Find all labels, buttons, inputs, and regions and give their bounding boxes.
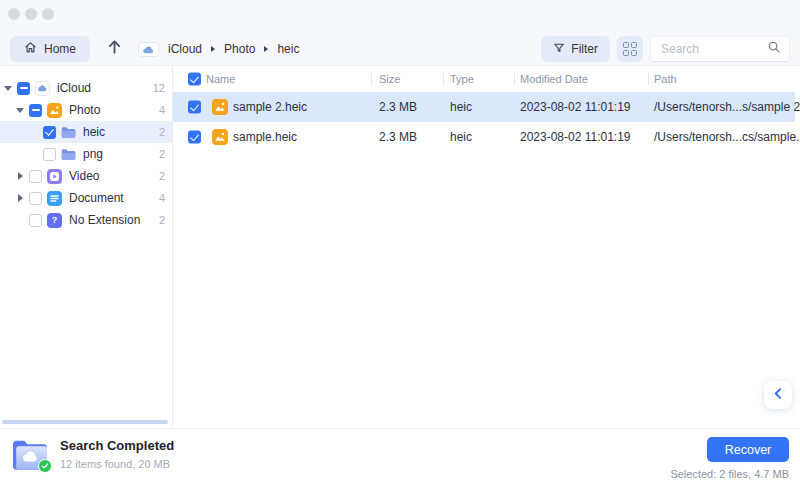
status-bar: Search Completed 12 items found, 20 MB R… xyxy=(0,428,800,486)
folder-icon xyxy=(61,147,76,162)
file-path: /Users/tenorsh...s/sample 2.heic xyxy=(654,100,800,114)
tree-item-png[interactable]: png2 xyxy=(0,143,172,165)
folder-tree: iCloud12Photo4heic2png2Video2Document4?N… xyxy=(0,77,172,231)
tree-checkbox[interactable] xyxy=(17,82,30,95)
file-name: sample.heic xyxy=(233,130,297,144)
file-modified-date: 2023-08-02 11:01:19 xyxy=(520,130,631,144)
tree-item-video[interactable]: Video2 xyxy=(0,165,172,187)
breadcrumb-separator-icon xyxy=(264,46,268,52)
document-icon xyxy=(47,191,62,206)
search-icon xyxy=(767,40,781,58)
item-count: 2 xyxy=(159,214,165,226)
file-modified-date: 2023-08-02 11:01:19 xyxy=(520,100,631,114)
collapse-panel-button[interactable] xyxy=(764,381,792,409)
tree-item-document[interactable]: Document4 xyxy=(0,187,172,209)
video-icon xyxy=(47,169,62,184)
table-header-row: Name Size Type Modified Date Path xyxy=(173,66,800,92)
file-size: 2.3 MB xyxy=(379,130,417,144)
window-close-button[interactable] xyxy=(8,8,20,20)
status-subtitle: 12 items found, 20 MB xyxy=(60,458,170,470)
icloud-cloud-icon xyxy=(138,42,159,57)
item-count: 2 xyxy=(159,170,165,182)
select-all-checkbox[interactable] xyxy=(188,73,201,86)
table-body: sample 2.heic2.3 MBheic2023-08-02 11:01:… xyxy=(173,92,800,152)
recover-button[interactable]: Recover xyxy=(707,437,789,462)
file-size: 2.3 MB xyxy=(379,100,417,114)
item-count: 2 xyxy=(159,148,165,160)
file-type: heic xyxy=(450,130,472,144)
tree-item-icloud[interactable]: iCloud12 xyxy=(0,77,172,99)
row-checkbox[interactable] xyxy=(188,131,201,144)
tree-item-label: Document xyxy=(69,191,153,205)
grid-icon xyxy=(623,42,637,56)
breadcrumb-item-heic[interactable]: heic xyxy=(277,42,299,56)
column-header-type[interactable]: Type xyxy=(450,73,474,85)
window-controls xyxy=(8,8,54,20)
column-divider xyxy=(371,73,372,85)
filter-button[interactable]: Filter xyxy=(541,36,610,62)
item-count: 2 xyxy=(159,126,165,138)
window-minimize-button[interactable] xyxy=(25,8,37,20)
photo-icon xyxy=(212,99,228,115)
item-count: 4 xyxy=(159,192,165,204)
tree-checkbox[interactable] xyxy=(29,214,42,227)
row-checkbox[interactable] xyxy=(188,101,201,114)
tree-checkbox[interactable] xyxy=(43,148,56,161)
expander-spacer xyxy=(14,214,26,226)
column-divider xyxy=(514,73,515,85)
chevron-left-icon xyxy=(772,386,785,404)
window-maximize-button[interactable] xyxy=(42,8,54,20)
tree-checkbox[interactable] xyxy=(43,126,56,139)
chevron-down-icon[interactable] xyxy=(14,104,26,116)
tree-item-label: Video xyxy=(69,169,153,183)
tree-item-label: No Extension xyxy=(69,213,153,227)
chevron-right-icon[interactable] xyxy=(14,170,26,182)
tree-checkbox[interactable] xyxy=(29,192,42,205)
search-box xyxy=(650,36,790,62)
breadcrumb-item-icloud[interactable]: iCloud xyxy=(168,42,202,56)
column-header-size[interactable]: Size xyxy=(379,73,400,85)
arrow-up-icon xyxy=(107,39,122,59)
tree-item-photo[interactable]: Photo4 xyxy=(0,99,172,121)
search-result-folder-icon xyxy=(10,437,50,475)
filter-funnel-icon xyxy=(553,42,565,57)
top-toolbar: Home iCloud Photo heic Filter xyxy=(0,0,800,66)
file-row[interactable]: sample.heic2.3 MBheic2023-08-02 11:01:19… xyxy=(173,122,795,152)
tree-item-label: iCloud xyxy=(57,81,147,95)
file-row[interactable]: sample 2.heic2.3 MBheic2023-08-02 11:01:… xyxy=(173,92,795,122)
tree-item-no-extension[interactable]: ?No Extension2 xyxy=(0,209,172,231)
column-header-path[interactable]: Path xyxy=(654,73,677,85)
column-header-modified[interactable]: Modified Date xyxy=(520,73,588,85)
home-button-label: Home xyxy=(44,42,76,56)
file-path: /Users/tenorsh...cs/sample.heic xyxy=(654,130,800,144)
question-icon: ? xyxy=(47,213,62,228)
tree-item-label: heic xyxy=(83,125,153,139)
chevron-down-icon[interactable] xyxy=(2,82,14,94)
search-input[interactable] xyxy=(659,41,767,57)
status-title: Search Completed xyxy=(60,438,174,453)
file-list-panel: Name Size Type Modified Date Path sample… xyxy=(173,66,800,428)
file-name: sample 2.heic xyxy=(233,100,307,114)
home-icon xyxy=(24,41,37,57)
folder-tree-sidebar: iCloud12Photo4heic2png2Video2Document4?N… xyxy=(0,66,173,428)
tree-checkbox[interactable] xyxy=(29,170,42,183)
chevron-right-icon[interactable] xyxy=(14,192,26,204)
selected-summary: Selected: 2 files, 4.7 MB xyxy=(670,468,789,480)
cloud-icon xyxy=(35,81,50,96)
column-divider xyxy=(443,73,444,85)
up-directory-button[interactable] xyxy=(107,39,122,59)
grid-view-button[interactable] xyxy=(617,36,643,62)
breadcrumb-separator-icon xyxy=(211,46,215,52)
photo-icon xyxy=(212,129,228,145)
photo-icon xyxy=(47,103,62,118)
filter-button-label: Filter xyxy=(571,42,598,56)
tree-checkbox[interactable] xyxy=(29,104,42,117)
home-button[interactable]: Home xyxy=(10,36,90,62)
breadcrumb-item-photo[interactable]: Photo xyxy=(224,42,255,56)
tree-item-heic[interactable]: heic2 xyxy=(0,121,172,143)
item-count: 12 xyxy=(153,82,165,94)
sidebar-horizontal-scrollbar[interactable] xyxy=(2,420,168,424)
column-header-name[interactable]: Name xyxy=(206,73,235,85)
tree-item-label: Photo xyxy=(69,103,153,117)
tree-item-label: png xyxy=(83,147,153,161)
